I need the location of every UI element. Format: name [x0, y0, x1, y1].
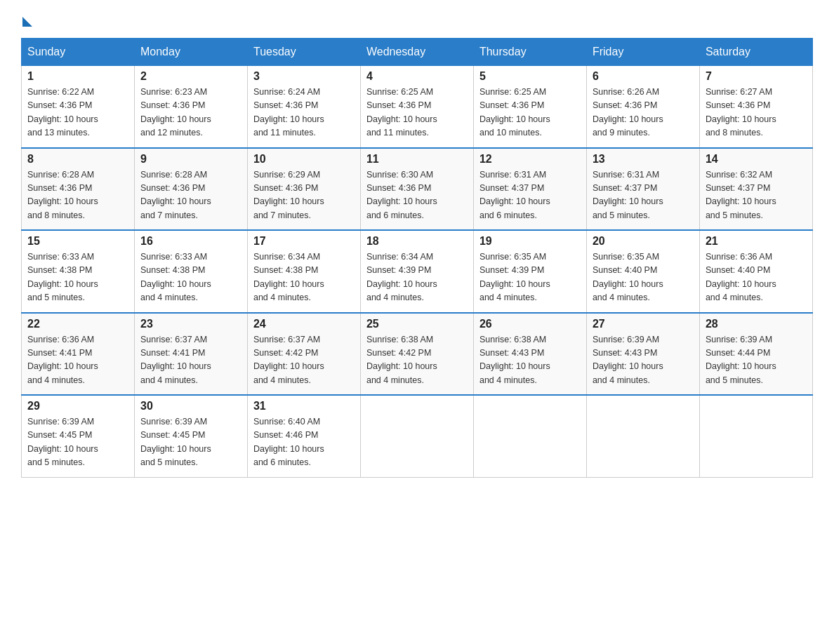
day-number: 11 [366, 153, 468, 166]
day-info: Sunrise: 6:35 AMSunset: 4:40 PMDaylight:… [593, 250, 694, 305]
logo-arrow-icon [22, 17, 32, 27]
calendar-header-row: SundayMondayTuesdayWednesdayThursdayFrid… [22, 39, 813, 66]
day-info: Sunrise: 6:38 AMSunset: 4:43 PMDaylight:… [479, 333, 581, 388]
day-number: 3 [253, 70, 355, 83]
calendar-day-cell: 2Sunrise: 6:23 AMSunset: 4:36 PMDaylight… [134, 66, 247, 148]
calendar-day-cell [473, 395, 586, 477]
calendar-day-cell: 29Sunrise: 6:39 AMSunset: 4:45 PMDayligh… [22, 395, 135, 477]
calendar-day-cell: 31Sunrise: 6:40 AMSunset: 4:46 PMDayligh… [247, 395, 360, 477]
calendar-week-row: 8Sunrise: 6:28 AMSunset: 4:36 PMDaylight… [22, 148, 813, 231]
logo [21, 14, 32, 24]
calendar-week-row: 1Sunrise: 6:22 AMSunset: 4:36 PMDaylight… [22, 66, 813, 148]
calendar-day-cell: 30Sunrise: 6:39 AMSunset: 4:45 PMDayligh… [134, 395, 247, 477]
day-number: 15 [27, 235, 128, 248]
day-number: 23 [140, 318, 241, 330]
day-info: Sunrise: 6:29 AMSunset: 4:36 PMDaylight:… [253, 168, 355, 223]
day-number: 30 [140, 400, 241, 412]
calendar-day-cell: 16Sunrise: 6:33 AMSunset: 4:38 PMDayligh… [134, 230, 247, 313]
day-number: 5 [479, 70, 581, 83]
calendar-header-thursday: Thursday [473, 39, 586, 66]
calendar-day-cell: 28Sunrise: 6:39 AMSunset: 4:44 PMDayligh… [699, 313, 812, 396]
day-info: Sunrise: 6:36 AMSunset: 4:40 PMDaylight:… [706, 250, 807, 305]
day-info: Sunrise: 6:34 AMSunset: 4:39 PMDaylight:… [366, 250, 468, 305]
calendar-day-cell: 17Sunrise: 6:34 AMSunset: 4:38 PMDayligh… [247, 230, 360, 313]
day-info: Sunrise: 6:32 AMSunset: 4:37 PMDaylight:… [706, 168, 807, 223]
day-info: Sunrise: 6:25 AMSunset: 4:36 PMDaylight:… [479, 86, 581, 140]
calendar-day-cell: 3Sunrise: 6:24 AMSunset: 4:36 PMDaylight… [247, 66, 360, 148]
calendar-day-cell [699, 395, 812, 477]
day-number: 2 [140, 70, 241, 83]
calendar-day-cell: 19Sunrise: 6:35 AMSunset: 4:39 PMDayligh… [473, 230, 586, 313]
day-info: Sunrise: 6:28 AMSunset: 4:36 PMDaylight:… [27, 168, 128, 223]
day-info: Sunrise: 6:35 AMSunset: 4:39 PMDaylight:… [479, 250, 581, 305]
day-number: 17 [253, 235, 355, 248]
calendar-day-cell: 8Sunrise: 6:28 AMSunset: 4:36 PMDaylight… [22, 148, 135, 231]
calendar-day-cell: 4Sunrise: 6:25 AMSunset: 4:36 PMDaylight… [360, 66, 473, 148]
day-number: 26 [479, 318, 581, 330]
calendar-header-tuesday: Tuesday [247, 39, 360, 66]
day-info: Sunrise: 6:31 AMSunset: 4:37 PMDaylight:… [593, 168, 694, 223]
calendar-day-cell [586, 395, 699, 477]
day-info: Sunrise: 6:27 AMSunset: 4:36 PMDaylight:… [706, 86, 807, 140]
calendar-day-cell: 7Sunrise: 6:27 AMSunset: 4:36 PMDaylight… [699, 66, 812, 148]
day-info: Sunrise: 6:34 AMSunset: 4:38 PMDaylight:… [253, 250, 355, 305]
day-info: Sunrise: 6:23 AMSunset: 4:36 PMDaylight:… [140, 86, 241, 140]
day-info: Sunrise: 6:36 AMSunset: 4:41 PMDaylight:… [27, 333, 128, 388]
calendar-day-cell: 6Sunrise: 6:26 AMSunset: 4:36 PMDaylight… [586, 66, 699, 148]
calendar-day-cell: 23Sunrise: 6:37 AMSunset: 4:41 PMDayligh… [134, 313, 247, 396]
calendar-day-cell: 26Sunrise: 6:38 AMSunset: 4:43 PMDayligh… [473, 313, 586, 396]
calendar-day-cell: 22Sunrise: 6:36 AMSunset: 4:41 PMDayligh… [22, 313, 135, 396]
calendar-day-cell: 5Sunrise: 6:25 AMSunset: 4:36 PMDaylight… [473, 66, 586, 148]
calendar-day-cell: 21Sunrise: 6:36 AMSunset: 4:40 PMDayligh… [699, 230, 812, 313]
calendar-header-saturday: Saturday [699, 39, 812, 66]
calendar-day-cell: 18Sunrise: 6:34 AMSunset: 4:39 PMDayligh… [360, 230, 473, 313]
calendar-header-sunday: Sunday [22, 39, 135, 66]
day-number: 8 [27, 153, 128, 166]
day-info: Sunrise: 6:39 AMSunset: 4:45 PMDaylight:… [27, 415, 128, 470]
day-number: 12 [479, 153, 581, 166]
day-info: Sunrise: 6:22 AMSunset: 4:36 PMDaylight:… [27, 86, 128, 140]
calendar-day-cell: 10Sunrise: 6:29 AMSunset: 4:36 PMDayligh… [247, 148, 360, 231]
day-number: 27 [593, 318, 694, 330]
calendar-day-cell: 11Sunrise: 6:30 AMSunset: 4:36 PMDayligh… [360, 148, 473, 231]
day-number: 20 [593, 235, 694, 248]
day-info: Sunrise: 6:39 AMSunset: 4:43 PMDaylight:… [593, 333, 694, 388]
day-info: Sunrise: 6:24 AMSunset: 4:36 PMDaylight:… [253, 86, 355, 140]
day-number: 1 [27, 70, 128, 83]
day-number: 4 [366, 70, 468, 83]
day-number: 14 [706, 153, 807, 166]
calendar-day-cell: 1Sunrise: 6:22 AMSunset: 4:36 PMDaylight… [22, 66, 135, 148]
day-number: 7 [706, 70, 807, 83]
calendar-table: SundayMondayTuesdayWednesdayThursdayFrid… [21, 38, 813, 478]
day-number: 22 [27, 318, 128, 330]
day-info: Sunrise: 6:33 AMSunset: 4:38 PMDaylight:… [140, 250, 241, 305]
calendar-header-wednesday: Wednesday [360, 39, 473, 66]
day-info: Sunrise: 6:40 AMSunset: 4:46 PMDaylight:… [253, 415, 355, 470]
day-number: 13 [593, 153, 694, 166]
page-header [21, 14, 813, 24]
day-number: 29 [27, 400, 128, 412]
day-number: 24 [253, 318, 355, 330]
day-number: 19 [479, 235, 581, 248]
day-info: Sunrise: 6:39 AMSunset: 4:44 PMDaylight:… [706, 333, 807, 388]
calendar-header-friday: Friday [586, 39, 699, 66]
calendar-day-cell: 25Sunrise: 6:38 AMSunset: 4:42 PMDayligh… [360, 313, 473, 396]
calendar-day-cell: 13Sunrise: 6:31 AMSunset: 4:37 PMDayligh… [586, 148, 699, 231]
day-number: 9 [140, 153, 241, 166]
day-number: 6 [593, 70, 694, 83]
day-number: 16 [140, 235, 241, 248]
day-number: 25 [366, 318, 468, 330]
calendar-day-cell: 12Sunrise: 6:31 AMSunset: 4:37 PMDayligh… [473, 148, 586, 231]
day-number: 10 [253, 153, 355, 166]
calendar-day-cell: 14Sunrise: 6:32 AMSunset: 4:37 PMDayligh… [699, 148, 812, 231]
day-info: Sunrise: 6:38 AMSunset: 4:42 PMDaylight:… [366, 333, 468, 388]
calendar-day-cell: 27Sunrise: 6:39 AMSunset: 4:43 PMDayligh… [586, 313, 699, 396]
calendar-day-cell: 20Sunrise: 6:35 AMSunset: 4:40 PMDayligh… [586, 230, 699, 313]
day-info: Sunrise: 6:26 AMSunset: 4:36 PMDaylight:… [593, 86, 694, 140]
day-number: 18 [366, 235, 468, 248]
day-info: Sunrise: 6:28 AMSunset: 4:36 PMDaylight:… [140, 168, 241, 223]
calendar-week-row: 29Sunrise: 6:39 AMSunset: 4:45 PMDayligh… [22, 395, 813, 477]
calendar-header-monday: Monday [134, 39, 247, 66]
day-info: Sunrise: 6:30 AMSunset: 4:36 PMDaylight:… [366, 168, 468, 223]
day-number: 28 [706, 318, 807, 330]
